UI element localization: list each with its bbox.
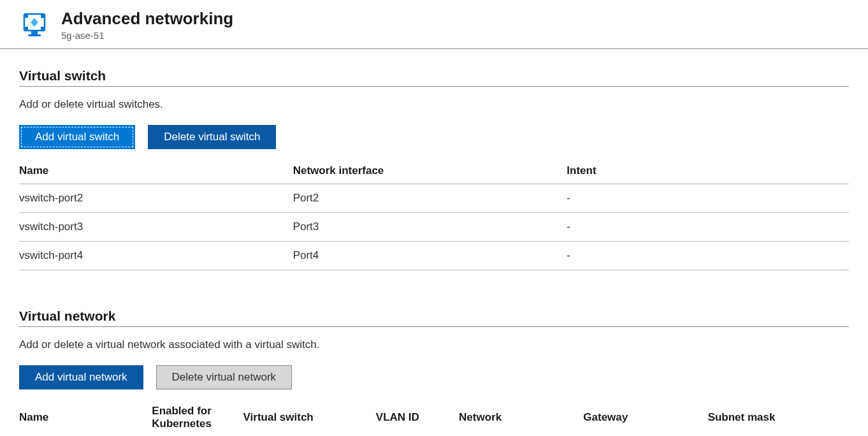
column-header-subnet-mask[interactable]: Subnet mask <box>708 398 849 436</box>
column-header-name[interactable]: Name <box>19 158 293 184</box>
cell-name: vswitch-port4 <box>19 242 293 270</box>
header-text: Advanced networking 5g-ase-51 <box>61 9 233 41</box>
virtual-network-buttons: Add virtual network Delete virtual netwo… <box>19 365 849 389</box>
virtual-switch-title: Virtual switch <box>19 68 849 87</box>
table-header-row: Name Network interface Intent <box>19 158 849 184</box>
cell-network-interface: Port3 <box>293 213 567 242</box>
table-row[interactable]: vswitch-port4 Port4 - <box>19 242 849 270</box>
cell-name: vswitch-port3 <box>19 213 293 242</box>
virtual-switch-section: Virtual switch Add or delete virtual swi… <box>19 68 849 270</box>
page-header: Advanced networking 5g-ase-51 <box>0 0 868 49</box>
virtual-network-description: Add or delete a virtual network associat… <box>19 338 849 351</box>
svg-rect-1 <box>31 31 38 34</box>
virtual-network-title: Virtual network <box>19 309 849 327</box>
virtual-network-table: Name Enabled for Kubernetes Virtual swit… <box>19 398 849 436</box>
column-header-intent[interactable]: Intent <box>567 158 849 184</box>
cell-name: vswitch-port2 <box>19 184 293 213</box>
page-subtitle: 5g-ase-51 <box>61 30 233 41</box>
networking-icon <box>19 9 50 40</box>
virtual-switch-description: Add or delete virtual switches. <box>19 98 849 111</box>
delete-virtual-switch-button[interactable]: Delete virtual switch <box>148 125 276 149</box>
cell-network-interface: Port4 <box>293 242 567 270</box>
delete-virtual-network-button: Delete virtual network <box>156 365 292 389</box>
add-virtual-network-button[interactable]: Add virtual network <box>19 365 143 389</box>
virtual-switch-buttons: Add virtual switch Delete virtual switch <box>19 125 849 149</box>
cell-intent: - <box>567 242 849 270</box>
add-virtual-switch-button[interactable]: Add virtual switch <box>19 125 135 149</box>
svg-rect-2 <box>28 34 41 36</box>
virtual-network-section: Virtual network Add or delete a virtual … <box>19 309 849 436</box>
page-title: Advanced networking <box>61 9 233 29</box>
column-header-name[interactable]: Name <box>19 398 152 436</box>
column-header-network[interactable]: Network <box>459 398 583 436</box>
table-row[interactable]: vswitch-port2 Port2 - <box>19 184 849 213</box>
cell-network-interface: Port2 <box>293 184 567 213</box>
column-header-enabled-kubernetes[interactable]: Enabled for Kubernetes <box>152 398 243 436</box>
table-row[interactable]: vswitch-port3 Port3 - <box>19 213 849 242</box>
cell-intent: - <box>567 184 849 213</box>
table-header-row: Name Enabled for Kubernetes Virtual swit… <box>19 398 849 436</box>
column-header-virtual-switch[interactable]: Virtual switch <box>243 398 376 436</box>
cell-intent: - <box>567 213 849 242</box>
column-header-vlan-id[interactable]: VLAN ID <box>376 398 459 436</box>
virtual-switch-table: Name Network interface Intent vswitch-po… <box>19 158 849 270</box>
column-header-network-interface[interactable]: Network interface <box>293 158 567 184</box>
column-header-gateway[interactable]: Gateway <box>583 398 707 436</box>
